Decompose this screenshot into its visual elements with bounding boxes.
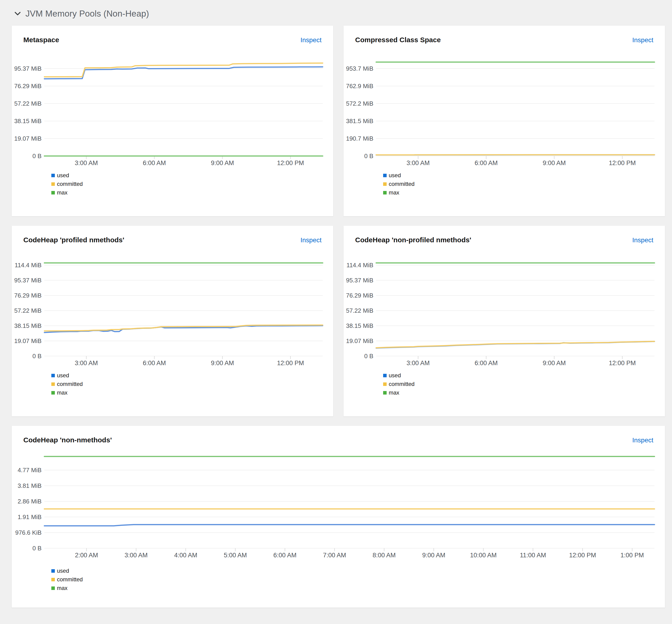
x-axis-label: 12:00 PM	[277, 360, 304, 367]
x-axis-label: 8:00 AM	[373, 552, 396, 559]
chart-title: Metaspace	[23, 36, 59, 44]
y-axis-label: 19.07 MiB	[14, 135, 42, 142]
legend-item-max: max	[51, 585, 665, 591]
card-header: CodeHeap 'non-nmethods' Inspect	[12, 426, 665, 444]
legend-swatch-max-icon	[51, 587, 55, 590]
y-axis-label: 0 B	[32, 545, 42, 552]
legend-label: max	[57, 585, 68, 591]
y-axis-label: 0 B	[32, 153, 42, 159]
chart-legend: usedcommittedmax	[383, 372, 665, 396]
x-axis-label: 6:00 AM	[273, 552, 297, 559]
inspect-link[interactable]: Inspect	[632, 36, 653, 44]
chart-canvas: 0 B19.07 MiB38.15 MiB57.22 MiB76.29 MiB9…	[12, 252, 333, 368]
inspect-link[interactable]: Inspect	[301, 236, 322, 244]
legend-label: committed	[389, 181, 415, 187]
x-axis-label: 6:00 AM	[475, 360, 498, 367]
legend-label: committed	[57, 181, 83, 187]
section-title: JVM Memory Pools (Non-Heap)	[25, 9, 149, 19]
x-axis-label: 6:00 AM	[143, 159, 166, 166]
inspect-link[interactable]: Inspect	[632, 236, 653, 244]
legend-item-committed: committed	[383, 181, 665, 187]
chart-legend: usedcommittedmax	[383, 172, 665, 196]
x-axis-label: 9:00 AM	[422, 552, 445, 559]
legend-item-committed: committed	[51, 576, 665, 583]
chart-title: CodeHeap 'non-nmethods'	[23, 436, 112, 444]
x-axis-label: 9:00 AM	[543, 360, 566, 367]
y-axis-label: 38.15 MiB	[14, 322, 42, 329]
y-axis-label: 95.37 MiB	[346, 277, 373, 284]
chart-area: 0 B19.07 MiB38.15 MiB57.22 MiB76.29 MiB9…	[12, 252, 333, 396]
legend-swatch-used-icon	[383, 174, 387, 177]
x-axis-label: 9:00 AM	[211, 360, 234, 367]
card-header: CodeHeap 'profiled nmethods' Inspect	[12, 226, 333, 244]
card-header: Metaspace Inspect	[12, 26, 333, 44]
y-axis-label: 38.15 MiB	[346, 322, 373, 329]
x-axis-label: 3:00 AM	[125, 552, 148, 559]
legend-label: max	[389, 389, 399, 396]
legend-item-max: max	[383, 189, 665, 196]
x-axis-label: 3:00 AM	[75, 360, 98, 367]
chart-legend: usedcommittedmax	[51, 172, 333, 196]
chart-title: CodeHeap 'non-profiled nmethods'	[355, 236, 471, 244]
x-axis-label: 12:00 PM	[277, 159, 304, 166]
series-line-used	[44, 525, 654, 526]
legend-swatch-committed-icon	[51, 182, 55, 186]
y-axis-label: 57.22 MiB	[346, 307, 373, 314]
legend-item-committed: committed	[383, 381, 665, 387]
inspect-link[interactable]: Inspect	[632, 437, 653, 444]
y-axis-label: 381.5 MiB	[346, 118, 373, 125]
legend-swatch-used-icon	[51, 569, 55, 573]
x-axis-label: 3:00 AM	[75, 159, 98, 166]
chart-area: 0 B19.07 MiB38.15 MiB57.22 MiB76.29 MiB9…	[344, 252, 665, 396]
legend-label: used	[389, 172, 401, 179]
y-axis-label: 976.6 KiB	[15, 529, 42, 536]
section-header-jvm-memory-pools[interactable]: JVM Memory Pools (Non-Heap)	[15, 9, 665, 19]
card-codeheap-profiled-nmethods: CodeHeap 'profiled nmethods' Inspect 0 B…	[12, 226, 333, 416]
legend-label: committed	[57, 576, 83, 583]
y-axis-label: 57.22 MiB	[14, 100, 42, 107]
legend-swatch-used-icon	[383, 374, 387, 377]
legend-swatch-committed-icon	[51, 578, 55, 581]
y-axis-label: 19.07 MiB	[346, 337, 373, 344]
card-codeheap-non-profiled-nmethods: CodeHeap 'non-profiled nmethods' Inspect…	[344, 226, 665, 416]
x-axis-label: 2:00 AM	[75, 552, 98, 559]
y-axis-label: 57.22 MiB	[14, 307, 42, 314]
legend-label: max	[57, 389, 68, 396]
legend-swatch-used-icon	[51, 174, 55, 177]
legend-item-max: max	[51, 389, 333, 396]
charts-grid: Metaspace Inspect 0 B19.07 MiB38.15 MiB5…	[12, 26, 665, 608]
legend-swatch-committed-icon	[51, 383, 55, 386]
legend-item-max: max	[51, 189, 333, 196]
legend-item-used: used	[51, 372, 333, 379]
y-axis-label: 3.81 MiB	[18, 482, 42, 489]
y-axis-label: 572.2 MiB	[346, 100, 373, 107]
x-axis-label: 1:00 PM	[620, 552, 644, 559]
x-axis-label: 11:00 AM	[520, 552, 546, 559]
legend-item-used: used	[51, 568, 665, 574]
legend-label: used	[389, 372, 401, 379]
legend-item-used: used	[383, 372, 665, 379]
chart-canvas: 0 B976.6 KiB1.91 MiB2.86 MiB3.81 MiB4.77…	[12, 452, 665, 564]
inspect-link[interactable]: Inspect	[301, 36, 322, 44]
chart-area: 0 B976.6 KiB1.91 MiB2.86 MiB3.81 MiB4.77…	[12, 452, 665, 591]
x-axis-label: 6:00 AM	[143, 360, 166, 367]
x-axis-label: 5:00 AM	[224, 552, 247, 559]
y-axis-label: 0 B	[32, 353, 42, 360]
y-axis-label: 95.37 MiB	[14, 277, 42, 284]
y-axis-label: 76.29 MiB	[14, 82, 42, 89]
y-axis-label: 76.29 MiB	[14, 292, 42, 299]
y-axis-label: 1.91 MiB	[18, 514, 42, 520]
x-axis-label: 3:00 AM	[406, 360, 429, 367]
y-axis-label: 190.7 MiB	[346, 135, 373, 142]
legend-item-committed: committed	[51, 181, 333, 187]
legend-swatch-max-icon	[383, 191, 387, 194]
x-axis-label: 7:00 AM	[323, 552, 346, 559]
chart-legend: usedcommittedmax	[51, 568, 665, 591]
y-axis-label: 114.4 MiB	[15, 262, 42, 269]
card-codeheap-non-nmethods: CodeHeap 'non-nmethods' Inspect 0 B976.6…	[12, 426, 665, 608]
legend-label: used	[57, 372, 69, 379]
legend-swatch-max-icon	[51, 391, 55, 394]
legend-swatch-used-icon	[51, 374, 55, 377]
legend-item-committed: committed	[51, 381, 333, 387]
legend-swatch-max-icon	[383, 391, 387, 394]
